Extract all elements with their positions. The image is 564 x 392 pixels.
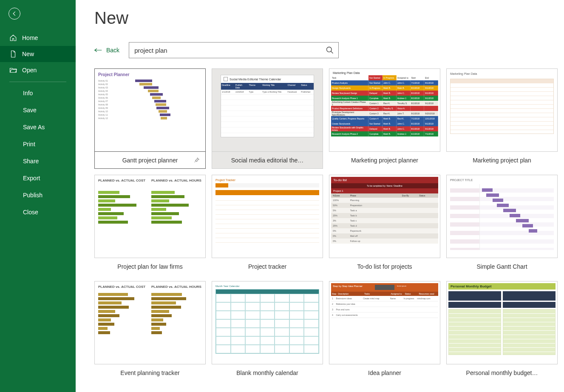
template-label: To-do list for projects — [357, 263, 412, 270]
template-thumbnail: Project Planner Activity 01 Activity 02 … — [94, 68, 206, 152]
template-thumbnail: Month Year Calendar — [212, 281, 323, 364]
template-label: Personal monthly budget… — [466, 369, 538, 376]
template-card-project-plan-law-firms[interactable]: PLANNED vs. ACTUAL COST PLANNED vs. ACTU… — [94, 175, 206, 275]
sidebar-item-share[interactable]: Share — [0, 153, 76, 170]
sidebar-item-export[interactable]: Export — [0, 170, 76, 187]
template-card-simple-gantt-chart[interactable]: PROJECT TITLE Simpl — [446, 175, 558, 275]
search-icon — [326, 46, 334, 54]
template-label: Event planning tracker — [120, 369, 179, 376]
sidebar-item-label: Open — [22, 67, 37, 74]
template-label: Project tracker — [248, 263, 286, 270]
folder-open-icon — [9, 66, 17, 74]
template-label: Social media editorial the… — [231, 157, 303, 164]
template-card-personal-monthly-budget[interactable]: Personal Monthly Budget Personal monthly… — [446, 281, 558, 381]
template-grid: Project Planner Activity 01 Activity 02 … — [94, 68, 564, 381]
backstage-sidebar: Home New Open Info Save Save As Print Sh… — [0, 0, 76, 392]
new-doc-icon — [9, 50, 17, 58]
sidebar-item-label: New — [22, 51, 34, 57]
template-label: Blank monthly calendar — [236, 369, 298, 376]
template-thumbnail: PLANNED vs. ACTUAL COST PLANNED vs. ACTU… — [94, 175, 206, 258]
new-template-pane: New Back Project Planner Activity 01 Act… — [76, 0, 564, 392]
home-icon — [9, 34, 17, 42]
sidebar-item-label: Home — [22, 34, 38, 41]
template-thumbnail: Marketing Plan Data — [446, 68, 558, 152]
sidebar-item-save[interactable]: Save — [0, 102, 76, 119]
back-button[interactable] — [9, 8, 20, 20]
template-label: Marketing project planner — [351, 157, 418, 164]
sidebar-item-home[interactable]: Home — [0, 30, 76, 46]
template-label: Gantt project planner — [122, 157, 178, 164]
template-thumbnail: Social Media Editorial Theme Calendar De… — [212, 68, 323, 152]
search-button[interactable] — [326, 46, 334, 54]
sidebar-item-print[interactable]: Print — [0, 136, 76, 153]
template-card-project-tracker[interactable]: Project Tracker Project tracker — [212, 175, 323, 275]
template-label: Idea planner — [368, 369, 401, 376]
template-card-gantt-project-planner[interactable]: Project Planner Activity 01 Activity 02 … — [94, 68, 206, 169]
template-thumbnail: To-do list To be completed by: Name / De… — [329, 175, 440, 258]
template-card-blank-monthly-calendar[interactable]: Month Year Calendar Blank monthly calend… — [212, 281, 323, 381]
template-thumbnail: PROJECT TITLE — [446, 175, 558, 258]
template-card-event-planning-tracker[interactable]: PLANNED vs. ACTUAL COST PLANNED vs. ACTU… — [94, 281, 206, 381]
template-thumbnail: Personal Monthly Budget — [446, 281, 558, 364]
template-search-box — [129, 42, 339, 58]
sidebar-item-close[interactable]: Close — [0, 204, 76, 221]
template-thumbnail: Marketing Plan Data TaskNot StartedIn Pr… — [329, 68, 440, 152]
sidebar-item-publish[interactable]: Publish — [0, 187, 76, 204]
pin-button[interactable] — [193, 157, 200, 164]
sidebar-item-info[interactable]: Info — [0, 85, 76, 102]
template-thumbnail: Project Tracker — [212, 175, 323, 258]
page-title: New — [94, 9, 564, 28]
arrow-left-icon — [11, 11, 17, 17]
template-thumbnail: Step by Step Idea Planner lorem ipsum St… — [329, 281, 440, 364]
template-label: Project plan for law firms — [117, 263, 182, 270]
template-thumbnail: PLANNED vs. ACTUAL COST PLANNED vs. ACTU… — [94, 281, 206, 364]
template-label: Marketing project plan — [473, 157, 531, 164]
template-card-marketing-project-planner[interactable]: Marketing Plan Data TaskNot StartedIn Pr… — [329, 68, 440, 169]
template-label: Simple Gantt Chart — [476, 263, 527, 270]
template-card-idea-planner[interactable]: Step by Step Idea Planner lorem ipsum St… — [329, 281, 440, 381]
template-card-marketing-project-plan[interactable]: Marketing Plan Data Marketing project pl… — [446, 68, 558, 169]
svg-point-0 — [327, 47, 332, 52]
sidebar-separator — [9, 82, 66, 82]
arrow-left-icon — [94, 48, 102, 53]
sidebar-item-save-as[interactable]: Save As — [0, 119, 76, 136]
template-card-social-media-editorial[interactable]: Social Media Editorial Theme Calendar De… — [212, 68, 323, 169]
back-button-area — [0, 0, 76, 24]
pin-icon — [193, 157, 200, 164]
sidebar-item-open[interactable]: Open — [0, 62, 76, 78]
sidebar-item-new[interactable]: New — [0, 46, 76, 62]
template-search-input[interactable] — [134, 47, 326, 54]
search-back-link[interactable]: Back — [94, 47, 119, 54]
back-label: Back — [106, 47, 119, 54]
template-card-todo-list[interactable]: To-do list To be completed by: Name / De… — [329, 175, 440, 275]
